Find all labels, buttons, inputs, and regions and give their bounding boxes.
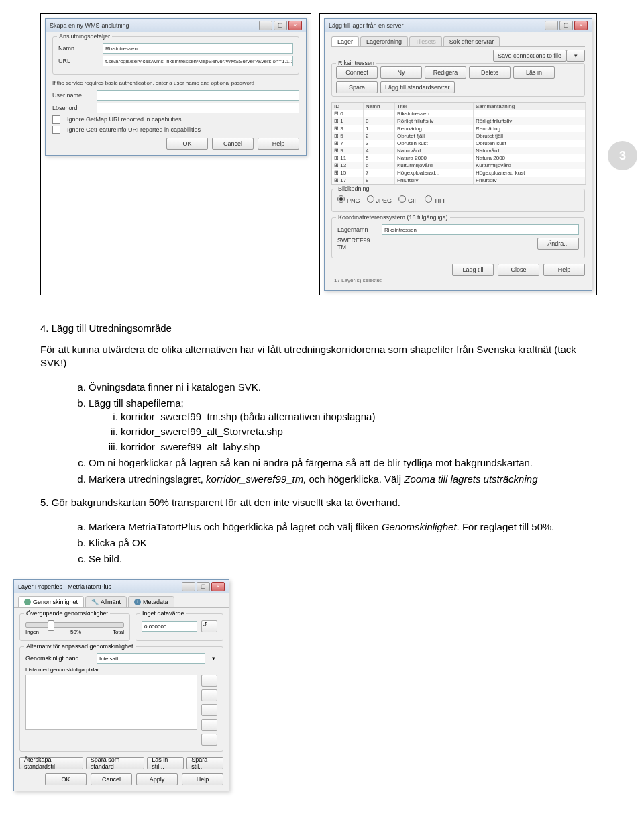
pixel-list-label: Lista med genomskinliga pixlar [25, 667, 217, 673]
close-icon[interactable]: × [211, 582, 225, 591]
layers-table[interactable]: ID Namn Titel Sammanfattning ⊟ 0Riksintr… [331, 102, 586, 185]
transparency-slider[interactable] [25, 622, 124, 628]
step-5a: Markera MetriaTatortPlus och högerklicka… [89, 520, 604, 534]
ok-button[interactable]: OK [166, 138, 208, 150]
save-connections-dropdown-icon[interactable]: ▾ [566, 50, 585, 62]
table-row[interactable]: ⊞ 94NaturvårdNaturvård [332, 147, 586, 154]
screenshot-row: Skapa en ny WMS-anslutning – ▢ × Anslutn… [40, 13, 604, 295]
tab-general[interactable]: 🔧Allmänt [85, 596, 127, 607]
change-crs-button[interactable]: Ändra... [537, 238, 579, 250]
close-icon[interactable]: × [288, 21, 302, 30]
pick-pixel-button[interactable] [201, 734, 217, 746]
tab-tilesets[interactable]: Tilesets [409, 36, 442, 46]
tab-metadata[interactable]: iMetadata [128, 596, 174, 607]
tab-lager[interactable]: Lager [331, 36, 359, 46]
status-bar: 17 Layer(s) selected [331, 276, 585, 285]
save-button[interactable]: Spara [336, 81, 378, 93]
cancel-button[interactable]: Cancel [212, 138, 254, 150]
close-icon[interactable]: × [574, 21, 588, 30]
tab-search[interactable]: Sök efter servrar [443, 36, 500, 46]
slider-min-label: Ingen [25, 629, 39, 635]
crs-legend: Koordinatreferenssystem (16 tillgängliga… [336, 214, 450, 221]
restore-default-button[interactable]: Återskapa standardstil [19, 757, 83, 769]
png-radio[interactable] [337, 195, 345, 203]
gif-radio[interactable] [398, 195, 406, 203]
save-connections-button[interactable]: Save connections to file [493, 50, 566, 62]
screenshot-add-layers: Lägg till lager från en server – ▢ × Lag… [319, 13, 597, 295]
add-button[interactable]: Lägg till [452, 264, 494, 276]
png-label: PNG [347, 197, 360, 204]
import-pixel-button[interactable] [201, 719, 217, 731]
step-4b-ii: korridor_sweref99_alt_Storvreta.shp [121, 425, 604, 438]
step-4a: Övningsdata finner ni i katalogen SVK. [89, 381, 604, 394]
col-summary: Sammanfattning [474, 103, 586, 110]
jpeg-radio[interactable] [367, 195, 374, 203]
username-input[interactable] [97, 90, 299, 101]
pixel-list[interactable] [25, 675, 197, 730]
ignore-getmap-checkbox[interactable] [52, 115, 60, 124]
window-titlebar: Lägg till lager från en server – ▢ × [325, 19, 592, 32]
transparent-band-select[interactable]: Inte satt [97, 653, 205, 664]
load-style-button[interactable]: Läs in stil... [147, 757, 184, 769]
url-label: URL [58, 58, 99, 64]
help-button[interactable]: Help [182, 773, 223, 785]
new-button[interactable]: Ny [380, 66, 422, 79]
maximize-icon[interactable]: ▢ [559, 21, 573, 30]
ok-button[interactable]: OK [45, 773, 87, 785]
connect-button[interactable]: Connect [336, 66, 378, 79]
password-input[interactable] [97, 103, 299, 113]
name-input[interactable]: Riksintressen [103, 43, 293, 54]
help-button[interactable]: Help [258, 138, 299, 150]
help-button[interactable]: Help [543, 264, 585, 276]
load-button[interactable]: Läs in [513, 66, 555, 79]
table-row[interactable]: ⊞ 73Obruten kustObruten kust [332, 140, 586, 147]
layername-input[interactable]: Riksintressen [382, 224, 579, 235]
section-5-title: 5. Gör bakgrundskartan 50% transparent f… [40, 496, 604, 509]
window-title: Skapa en ny WMS-anslutning [50, 22, 129, 29]
connection-name: Riksintressen [336, 60, 376, 66]
maximize-icon[interactable]: ▢ [274, 21, 287, 30]
nodata-input[interactable]: 0.000000 [142, 621, 197, 632]
table-row[interactable]: ⊞ 115Natura 2000Natura 2000 [332, 154, 586, 162]
username-label: User name [52, 92, 93, 99]
slider-max-label: Total [113, 629, 124, 635]
tiff-radio[interactable] [425, 195, 432, 203]
minimize-icon[interactable]: – [545, 21, 558, 30]
apply-button[interactable]: Apply [136, 773, 178, 785]
window-titlebar: Layer Properties - MetriaTatortPlus – ▢ … [14, 580, 229, 593]
delete-button[interactable]: Delete [469, 66, 511, 79]
tab-lagerordning[interactable]: Lagerordning [360, 36, 408, 46]
edit-button[interactable]: Redigera [425, 66, 466, 79]
tab-transparency[interactable]: Genomskinlighet [18, 596, 84, 607]
tiff-label: TIFF [434, 197, 447, 204]
table-row[interactable]: ⊞ 178FriluftslivFriluftsliv [332, 177, 586, 184]
export-pixel-button[interactable] [201, 704, 217, 716]
screenshot-layer-properties: Layer Properties - MetriaTatortPlus – ▢ … [13, 579, 229, 791]
add-default-servers-button[interactable]: Lägg till standardservrar [380, 81, 455, 93]
step-4b-i: korridor_sweref99_tm.shp (båda alternati… [121, 410, 604, 424]
table-row[interactable]: ⊞ 31RennäringRennäring [332, 125, 586, 132]
minimize-icon[interactable]: – [259, 21, 272, 30]
auth-note: If the service requires basic authentica… [52, 80, 299, 86]
table-row[interactable]: ⊞ 157Högexploaterad...Högexploaterad kus… [332, 169, 586, 177]
step-4b-iii: korridor_sweref99_alt_laby.shp [121, 440, 604, 454]
table-row[interactable]: ⊟ 0Riksintressen [332, 110, 586, 117]
maximize-icon[interactable]: ▢ [197, 582, 210, 591]
save-default-button[interactable]: Spara som standard [86, 757, 145, 769]
page-number-badge: 3 [608, 141, 637, 170]
remove-pixel-button[interactable] [201, 689, 217, 701]
chevron-down-icon[interactable]: ▾ [209, 655, 217, 662]
table-row[interactable]: ⊞ 52Obrutet fjällObrutet fjäll [332, 132, 586, 140]
document-body: 4. Lägg till Utredningsområde För att ku… [40, 322, 604, 791]
add-pixel-button[interactable] [201, 675, 217, 687]
cancel-button[interactable]: Cancel [91, 773, 132, 785]
minimize-icon[interactable]: – [182, 582, 195, 591]
ignore-getfeature-checkbox[interactable] [52, 126, 60, 134]
save-style-button[interactable]: Spara stil... [186, 757, 223, 769]
url-input[interactable]: t.se/arcgis/services/wms_riksintressen/M… [103, 56, 293, 66]
step-5b: Klicka på OK [89, 536, 604, 550]
close-button[interactable]: Close [498, 264, 539, 276]
table-row[interactable]: ⊞ 10Rörligt friluftslivRörligt friluftsl… [332, 117, 586, 125]
reset-nodata-button[interactable]: ↺ [201, 620, 217, 632]
table-row[interactable]: ⊞ 136KulturmiljövårdKulturmiljövård [332, 162, 586, 169]
